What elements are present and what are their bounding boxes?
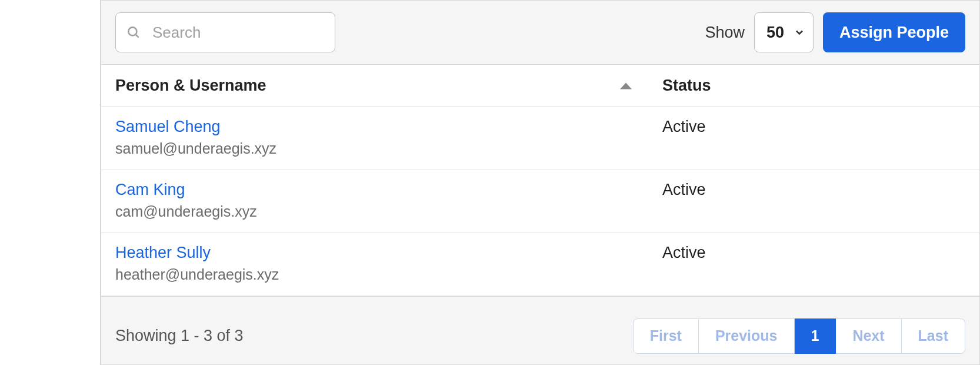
people-table: Person & Username Status Samuel Cheng sa… (101, 65, 979, 296)
page-previous-button[interactable]: Previous (699, 318, 795, 354)
column-header-status[interactable]: Status (648, 65, 979, 107)
column-header-status-label: Status (662, 77, 711, 94)
table-footer: Showing 1 - 3 of 3 First Previous 1 Next… (101, 296, 979, 364)
person-status: Active (648, 107, 979, 170)
table-row: Samuel Cheng samuel@underaegis.xyz Activ… (101, 107, 979, 170)
svg-line-1 (135, 34, 138, 37)
person-status: Active (648, 233, 979, 296)
page-first-button[interactable]: First (633, 318, 699, 354)
show-label: Show (705, 24, 745, 42)
search-icon (126, 25, 141, 40)
showing-count: Showing 1 - 3 of 3 (115, 327, 244, 345)
table-row: Cam King cam@underaegis.xyz Active (101, 170, 979, 233)
page-next-button[interactable]: Next (836, 318, 901, 354)
page-size-select[interactable]: 50 (754, 12, 814, 52)
svg-point-0 (128, 27, 136, 35)
person-name-link[interactable]: Cam King (115, 181, 185, 199)
search-field-wrap (115, 12, 335, 52)
person-name-link[interactable]: Heather Sully (115, 244, 211, 262)
search-input[interactable] (115, 12, 335, 52)
person-status: Active (648, 170, 979, 233)
page-number-button[interactable]: 1 (795, 318, 836, 354)
page-size-select-wrap: 50 (754, 12, 814, 52)
column-header-person-label: Person & Username (115, 77, 266, 94)
people-panel: Show 50 Assign People Person & Username (101, 0, 980, 365)
person-email: heather@underaegis.xyz (115, 266, 279, 283)
column-header-person[interactable]: Person & Username (101, 65, 648, 107)
table-row: Heather Sully heather@underaegis.xyz Act… (101, 233, 979, 296)
person-email: cam@underaegis.xyz (115, 203, 257, 220)
sort-asc-icon (620, 82, 632, 89)
person-name-link[interactable]: Samuel Cheng (115, 118, 221, 136)
pagination: First Previous 1 Next Last (633, 318, 965, 354)
left-gutter (0, 0, 101, 365)
toolbar: Show 50 Assign People (101, 1, 979, 65)
assign-people-button[interactable]: Assign People (823, 12, 965, 52)
page-last-button[interactable]: Last (902, 318, 965, 354)
person-email: samuel@underaegis.xyz (115, 140, 276, 157)
